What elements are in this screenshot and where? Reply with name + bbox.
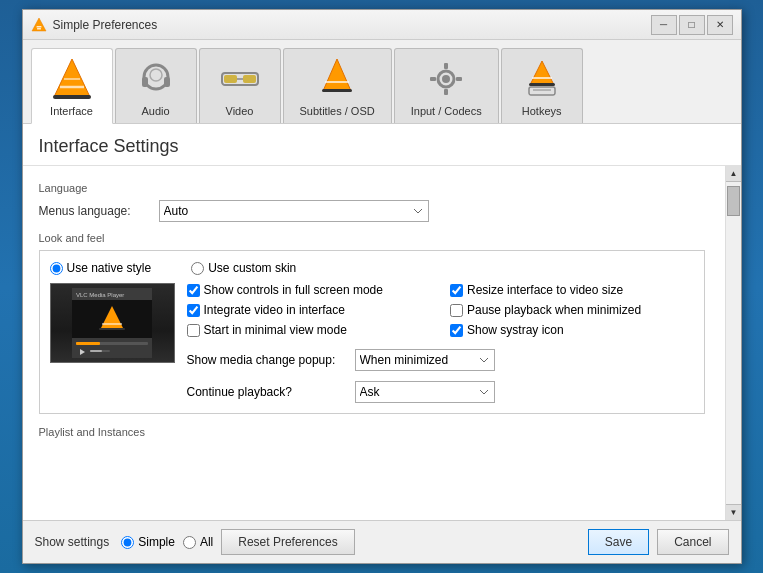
fullscreen-controls-text: Show controls in full screen mode (204, 283, 383, 297)
systray-text: Show systray icon (467, 323, 564, 337)
language-section-label: Language (39, 182, 705, 194)
svg-rect-22 (430, 77, 436, 81)
svg-rect-26 (529, 83, 555, 86)
custom-skin-radio[interactable] (191, 262, 204, 275)
settings-scroll[interactable]: Language Menus language: Auto English Fr… (23, 166, 725, 520)
fullscreen-controls-label[interactable]: Show controls in full screen mode (187, 283, 431, 297)
input-tab-icon (422, 55, 470, 103)
fullscreen-controls-checkbox[interactable] (187, 284, 200, 297)
systray-label[interactable]: Show systray icon (450, 323, 694, 337)
subtitles-tab-icon (313, 55, 361, 103)
scroll-up-button[interactable]: ▲ (726, 166, 741, 182)
svg-rect-17 (322, 89, 352, 92)
svg-rect-6 (53, 95, 91, 99)
continue-playback-label: Continue playback? (187, 385, 347, 399)
simple-radio-label[interactable]: Simple (121, 535, 175, 549)
svg-point-19 (442, 75, 450, 83)
title-bar: Simple Preferences ─ □ ✕ (23, 10, 741, 40)
scrollbar[interactable]: ▲ ▼ (725, 166, 741, 520)
tab-subtitles[interactable]: Subtitles / OSD (283, 48, 392, 123)
preview-inner: VLC Media Player (51, 284, 174, 362)
systray-checkbox[interactable] (450, 324, 463, 337)
svg-rect-27 (529, 87, 555, 95)
minimize-button[interactable]: ─ (651, 15, 677, 35)
svg-text:VLC Media Player: VLC Media Player (76, 292, 124, 298)
preview-checkboxes: VLC Media Player (50, 283, 694, 403)
media-popup-label: Show media change popup: (187, 353, 347, 367)
svg-marker-24 (530, 61, 554, 85)
close-button[interactable]: ✕ (707, 15, 733, 35)
preview-image: VLC Media Player (50, 283, 175, 363)
title-bar-buttons: ─ □ ✕ (651, 15, 733, 35)
save-button[interactable]: Save (588, 529, 649, 555)
skin-radio-row: Use native style Use custom skin (50, 261, 694, 275)
tab-audio[interactable]: Audio (115, 48, 197, 123)
resize-interface-checkbox[interactable] (450, 284, 463, 297)
scroll-thumb[interactable] (727, 186, 740, 216)
maximize-button[interactable]: □ (679, 15, 705, 35)
minimal-view-checkbox[interactable] (187, 324, 200, 337)
look-feel-label: Look and feel (39, 232, 705, 244)
svg-rect-21 (444, 89, 448, 95)
tab-hotkeys[interactable]: Hotkeys (501, 48, 583, 123)
interface-tab-icon (48, 55, 96, 103)
menus-language-label: Menus language: (39, 204, 159, 218)
tab-input-label: Input / Codecs (411, 105, 482, 117)
reset-preferences-button[interactable]: Reset Preferences (221, 529, 354, 555)
app-window: Simple Preferences ─ □ ✕ (22, 9, 742, 564)
video-tab-icon (216, 55, 264, 103)
look-feel-box: Use native style Use custom skin (39, 250, 705, 414)
svg-rect-8 (142, 77, 148, 87)
tab-bar: Interface Audio (23, 40, 741, 124)
tab-subtitles-label: Subtitles / OSD (300, 105, 375, 117)
pause-minimized-label[interactable]: Pause playback when minimized (450, 303, 694, 317)
native-style-label: Use native style (67, 261, 152, 275)
checkboxes-column: Show controls in full screen mode Resize… (187, 283, 694, 403)
all-radio-label[interactable]: All (183, 535, 213, 549)
pause-minimized-text: Pause playback when minimized (467, 303, 641, 317)
scroll-down-button[interactable]: ▼ (726, 504, 741, 520)
audio-tab-icon (132, 55, 180, 103)
integrate-video-text: Integrate video in interface (204, 303, 345, 317)
all-radio[interactable] (183, 536, 196, 549)
tab-interface-label: Interface (50, 105, 93, 117)
minimal-view-text: Start in minimal view mode (204, 323, 347, 337)
settings-area: Interface Settings Language Menus langua… (23, 124, 741, 520)
tab-audio-label: Audio (141, 105, 169, 117)
dialog-content: Interface Audio (23, 40, 741, 563)
custom-skin-label: Use custom skin (208, 261, 296, 275)
resize-interface-text: Resize interface to video size (467, 283, 623, 297)
svg-rect-23 (456, 77, 462, 81)
svg-marker-15 (323, 59, 351, 91)
custom-skin-radio-label[interactable]: Use custom skin (191, 261, 296, 275)
scroll-track (726, 182, 741, 504)
svg-point-10 (150, 69, 162, 81)
menus-language-select[interactable]: Auto English French German (159, 200, 429, 222)
tab-interface[interactable]: Interface (31, 48, 113, 124)
svg-rect-41 (90, 350, 102, 352)
tab-video-label: Video (226, 105, 254, 117)
simple-radio[interactable] (121, 536, 134, 549)
continue-playback-select[interactable]: Ask Always Never (355, 381, 495, 403)
bottom-bar: Show settings Simple All Reset Preferenc… (23, 520, 741, 563)
integrate-video-label[interactable]: Integrate video in interface (187, 303, 431, 317)
native-style-radio-label[interactable]: Use native style (50, 261, 152, 275)
svg-rect-2 (37, 28, 41, 30)
svg-rect-35 (99, 328, 125, 330)
checkboxes-grid: Show controls in full screen mode Resize… (187, 283, 694, 337)
simple-label: Simple (138, 535, 175, 549)
svg-rect-13 (243, 75, 256, 83)
all-label: All (200, 535, 213, 549)
tab-video[interactable]: Video (199, 48, 281, 123)
media-popup-row: Show media change popup: When minimized … (187, 349, 694, 371)
minimal-view-label[interactable]: Start in minimal view mode (187, 323, 431, 337)
resize-interface-label[interactable]: Resize interface to video size (450, 283, 694, 297)
tab-input[interactable]: Input / Codecs (394, 48, 499, 123)
playlist-section-label: Playlist and Instances (39, 426, 705, 438)
native-style-radio[interactable] (50, 262, 63, 275)
cancel-button[interactable]: Cancel (657, 529, 728, 555)
media-popup-select[interactable]: When minimized Always Never (355, 349, 495, 371)
integrate-video-checkbox[interactable] (187, 304, 200, 317)
title-bar-text: Simple Preferences (53, 18, 651, 32)
pause-minimized-checkbox[interactable] (450, 304, 463, 317)
